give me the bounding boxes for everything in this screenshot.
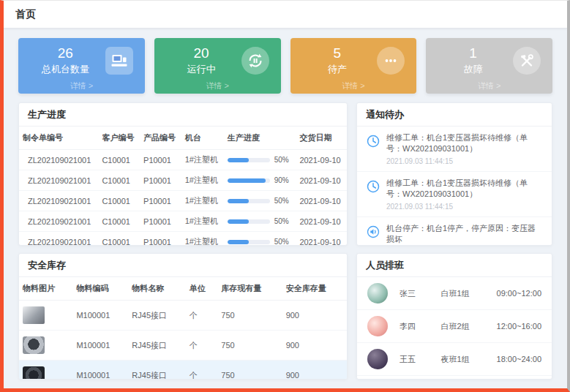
column-header: 客户编号 [98,127,140,150]
stat-card-main: 26 总机台数量 [26,45,138,76]
progress-bar [228,199,270,203]
cell-progress: 50% [224,232,296,246]
progress-percent: 90% [274,176,289,184]
detail-link[interactable]: 详情 > [18,80,145,91]
progress-percent: 50% [274,156,289,164]
table-row: M100001 RJ45接口 个 750 900 [19,331,347,361]
panel-title: 生产进度 [19,103,347,127]
stat-card-fault[interactable]: 1 故障 详情 > [426,38,552,94]
cell-material-code: M100001 [72,331,128,361]
table-row: M100001 RJ45接口 个 750 900 [19,301,347,331]
column-header: 生产进度 [224,127,296,150]
cell-material-name: RJ45接口 [128,301,185,331]
cell-progress: 50% [224,150,296,170]
cell-machine: 1#注塑机 [181,170,224,191]
cell-machine: 1#注塑机 [181,191,224,211]
cell-machine: 1#注塑机 [181,150,224,170]
cell-order-no: ZL202109021001 [19,170,98,191]
stat-card-main: 1 故障 [433,45,545,76]
shift-label: 白班1组 [441,288,497,299]
progress-bar-fill [228,199,249,203]
column-header: 交货日期 [296,127,347,150]
column-header: 安全库存量 [282,277,347,301]
stat-card-main: 20 运行中 [162,45,274,76]
main-grid: 生产进度 制令单编号客户编号产品编号机台生产进度交货日期 ZL202109021… [4,94,567,380]
notification-time: 2021.09.03 11:44:15 [386,157,543,165]
detail-link[interactable]: 详情 > [154,80,281,91]
column-header: 物料名称 [128,277,185,301]
column-header: 产品编号 [140,127,181,150]
production-table: 制令单编号客户编号产品编号机台生产进度交货日期 ZL202109021001 C… [19,127,347,246]
notification-text: 维修工单：机台1变压器损坏待维修（单号：WX202109031001） [386,178,543,200]
stat-label: 运行中 [162,63,241,76]
column-header: 物料编码 [72,277,128,301]
stat-label: 总机台数量 [26,63,105,76]
progress-percent: 50% [274,217,289,225]
cell-delivery-date: 2021-09-10 [296,170,347,191]
material-photo [23,306,45,324]
stat-card-running[interactable]: 20 运行中 详情 > [154,38,281,94]
schedule-panel: 人员排班 张三 白班1组 09:00~12:00 李四 白班2组 12:0 [356,253,552,380]
cell-customer-no: C10001 [98,150,140,170]
cell-order-no: ZL202109021001 [19,211,98,232]
table-row: ZL202109021001 C10001 P10001 1#注塑机 50% [19,150,347,170]
notification-icon [366,179,380,194]
shift-time: 12:00~16:00 [497,322,541,331]
detail-link[interactable]: 详情 > [290,80,417,91]
cell-order-no: ZL202109021001 [19,150,98,170]
stat-value: 1 [433,45,513,61]
cell-customer-no: C10001 [98,191,140,211]
notification-icon [366,225,380,239]
stat-value: 20 [162,45,241,61]
schedule-row: 李四 白班2组 12:00~16:00 [357,310,552,343]
column-header: 单位 [186,277,218,301]
column-header: 机台 [181,127,224,150]
column-header: 物料图片 [19,277,72,301]
stat-card-texts: 1 故障 [433,45,513,76]
notification-item[interactable]: 维修工单：机台1变压器损坏待维修（单号：WX202109031001） 2021… [357,127,552,172]
notification-body: 维修工单：机台1变压器损坏待维修（单号：WX202109031001） 2021… [386,132,543,165]
progress-bar [228,178,270,183]
production-progress-panel: 生产进度 制令单编号客户编号产品编号机台生产进度交货日期 ZL202109021… [18,102,348,246]
notification-item[interactable]: 维修工单：机台1变压器损坏待维修（单号：WX202109031001） 2021… [357,172,552,217]
cell-progress: 50% [224,211,296,232]
material-photo [23,366,45,380]
page-title: 首页 [15,8,36,21]
shift-label: 夜班1组 [441,354,497,365]
cell-unit: 个 [186,331,218,361]
machine-icon [105,47,133,75]
panel-title: 人员排班 [357,254,552,277]
cell-delivery-date: 2021-09-10 [296,191,347,211]
progress-bar [228,240,270,244]
person-name: 李四 [400,321,441,332]
shift-label: 白班2组 [441,321,497,332]
cell-customer-no: C10001 [98,232,140,246]
table-row: M100001 RJ45接口 个 750 900 [19,361,347,380]
progress-bar [228,219,270,224]
cell-product-no: P10001 [140,150,181,170]
safety-stock-panel: 安全库存 物料图片物料编码物料名称单位库存现有量安全库存量 M100001 [18,253,348,380]
cell-progress: 90% [224,170,296,191]
notification-item[interactable]: 机台停产：机台1停产，停产原因：变压器损坏 2021.09.03 11:44:1… [357,217,552,246]
notification-body: 维修工单：机台1变压器损坏待维修（单号：WX202109031001） 2021… [386,178,543,211]
progress-percent: 50% [274,197,289,205]
pending-icon [377,47,405,75]
notification-icon [366,134,380,148]
cell-safety-qty: 900 [282,361,347,380]
progress-bar-fill [228,219,249,224]
avatar [367,283,388,304]
cell-progress: 50% [224,191,296,211]
stat-card-pending[interactable]: 5 待产 详情 > [290,38,417,94]
material-photo [23,336,45,354]
column-header: 制令单编号 [19,127,98,150]
stat-card-total-machines[interactable]: 26 总机台数量 详情 > [18,38,145,94]
column-header: 库存现有量 [217,277,282,301]
person-name: 王五 [400,354,441,365]
detail-link[interactable]: 详情 > [426,80,552,91]
progress-percent: 50% [274,238,289,246]
cell-delivery-date: 2021-09-10 [296,211,347,232]
cell-material-code: M100001 [72,361,128,380]
table-row: ZL202109021001 C10001 P10001 1#注塑机 90% [19,170,347,191]
stat-card-main: 5 待产 [298,45,410,76]
notification-text: 机台停产：机台1停产，停产原因：变压器损坏 [386,223,543,246]
